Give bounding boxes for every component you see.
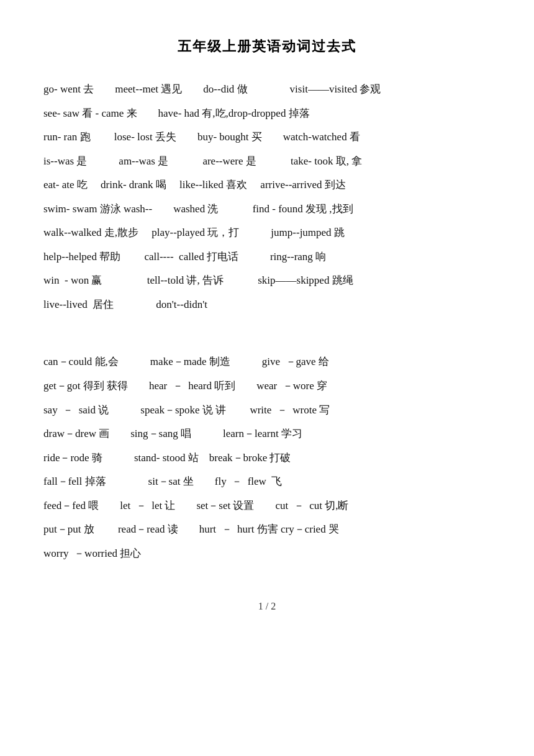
line-11: can－could 能,会 make－made 制造 give －gave 给 — [43, 351, 491, 374]
line-16: fall－fell 掉落 sit－sat 坐 fly － flew 飞 — [43, 470, 491, 493]
page-title: 五年级上册英语动词过去式 — [43, 37, 491, 56]
page-footer: 1 / 2 — [43, 582, 491, 624]
line-18: put－put 放 read－read 读 hurt － hurt 伤害 cry… — [43, 518, 491, 541]
line-9: win - won 赢 tell--told 讲, 告诉 skip——skipp… — [43, 269, 491, 292]
line-7: walk--walked 走,散步 play--played 玩，打 jump-… — [43, 222, 491, 245]
line-13: say － said 说 speak－spoke 说 讲 write － wro… — [43, 399, 491, 422]
page-container: 五年级上册英语动词过去式 go- went 去 meet--met 遇见 do-… — [31, 37, 503, 624]
line-3: run- ran 跑 lose- lost 丢失 buy- bought 买 w… — [43, 126, 491, 149]
line-15: ride－rode 骑 stand- stood 站 break－broke 打… — [43, 447, 491, 470]
section-gap — [43, 333, 491, 351]
line-6: swim- swam 游泳 wash-- washed 洗 find - fou… — [43, 198, 491, 221]
line-14: draw－drew 画 sing－sang 唱 learn－learnt 学习 — [43, 423, 491, 446]
line-5: eat- ate 吃 drink- drank 喝 like--liked 喜欢… — [43, 174, 491, 197]
line-19: worry －worried 担心 — [43, 542, 491, 565]
section-1: go- went 去 meet--met 遇见 do--did 做 visit—… — [43, 78, 491, 316]
section-2: can－could 能,会 make－made 制造 give －gave 给 … — [43, 351, 491, 565]
line-17: feed－fed 喂 let － let 让 set－set 设置 cut － … — [43, 495, 491, 518]
line-10: live--lived 居住 don't--didn't — [43, 294, 491, 317]
line-1: go- went 去 meet--met 遇见 do--did 做 visit—… — [43, 78, 491, 101]
line-2: see- saw 看 - came 来 have- had 有,吃,drop-d… — [43, 102, 491, 125]
section2-content: can－could 能,会 make－made 制造 give －gave 给 … — [43, 351, 491, 565]
line-4: is--was 是 am--was 是 are--were 是 take- to… — [43, 150, 491, 173]
line-8: help--helped 帮助 call---- called 打电话 ring… — [43, 246, 491, 269]
section1-content: go- went 去 meet--met 遇见 do--did 做 visit—… — [43, 78, 491, 316]
line-12: get－got 得到 获得 hear － heard 听到 wear －wore… — [43, 375, 491, 398]
